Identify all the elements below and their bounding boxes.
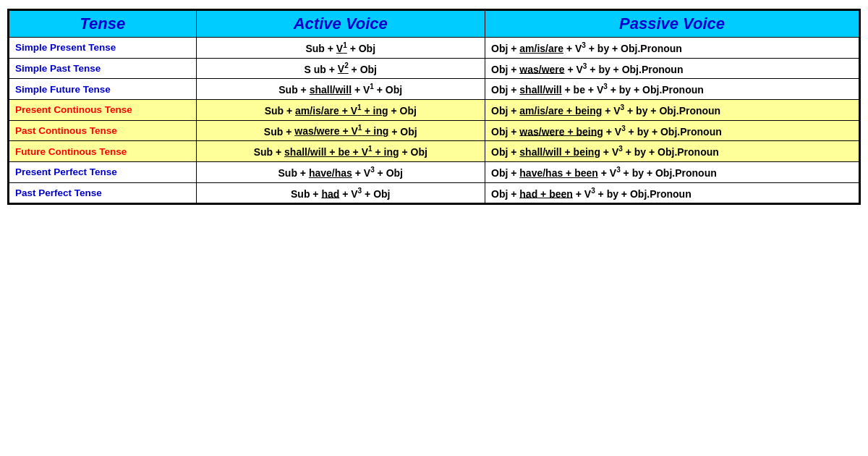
passive-cell: Obj + shall/will + being + V3 + by + Obj… [485,141,859,162]
tense-cell: Past Perfect Tense [9,182,197,203]
table-row: Future Continous Tense Sub + shall/will … [9,141,859,162]
passive-cell: Obj + have/has + been + V3 + by + Obj.Pr… [485,161,859,182]
table-container: Tense Active Voice Passive Voice Simple … [7,9,861,205]
active-cell: Sub + shall/will + V1 + Obj [196,79,485,100]
tense-cell: Simple Future Tense [9,79,197,100]
active-cell: Sub + have/has + V3 + Obj [196,161,485,182]
passive-cell: Obj + was/were + V3 + by + Obj.Pronoun [485,58,859,79]
passive-header: Passive Voice [485,11,859,38]
table-header-row: Tense Active Voice Passive Voice [9,11,859,38]
table-row: Present Continous Tense Sub + am/is/are … [9,99,859,120]
tense-cell: Simple Present Tense [9,38,197,59]
passive-cell: Obj + am/is/are + being + V3 + by + Obj.… [485,99,859,120]
table-row: Simple Present Tense Sub + V1 + Obj Obj … [9,38,859,59]
active-cell: Sub + shall/will + be + V1 + ing + Obj [196,141,485,162]
active-cell: Sub + V1 + Obj [196,38,485,59]
main-table: Tense Active Voice Passive Voice Simple … [9,10,859,203]
tense-cell: Future Continous Tense [9,141,197,162]
table-row: Present Perfect Tense Sub + have/has + V… [9,161,859,182]
tense-cell: Present Continous Tense [9,99,197,120]
active-cell: Sub + was/were + V1 + ing + Obj [196,120,485,141]
table-row: Simple Future Tense Sub + shall/will + V… [9,79,859,100]
tense-cell: Simple Past Tense [9,58,197,79]
active-cell: Sub + had + V3 + Obj [196,182,485,203]
active-cell: S ub + V2 + Obj [196,58,485,79]
tense-header: Tense [9,11,197,38]
passive-cell: Obj + had + been + V3 + by + Obj.Pronoun [485,182,859,203]
active-header: Active Voice [196,11,485,38]
table-row: Simple Past Tense S ub + V2 + Obj Obj + … [9,58,859,79]
tense-cell: Past Continous Tense [9,120,197,141]
passive-cell: Obj + was/were + being + V3 + by + Obj.P… [485,120,859,141]
table-row: Past Continous Tense Sub + was/were + V1… [9,120,859,141]
table-row: Past Perfect Tense Sub + had + V3 + Obj … [9,182,859,203]
active-cell: Sub + am/is/are + V1 + ing + Obj [196,99,485,120]
passive-cell: Obj + am/is/are + V3 + by + Obj.Pronoun [485,38,859,59]
page-wrapper: Tense Active Voice Passive Voice Simple … [0,0,868,456]
passive-cell: Obj + shall/will + be + V3 + by + Obj.Pr… [485,79,859,100]
tense-cell: Present Perfect Tense [9,161,197,182]
